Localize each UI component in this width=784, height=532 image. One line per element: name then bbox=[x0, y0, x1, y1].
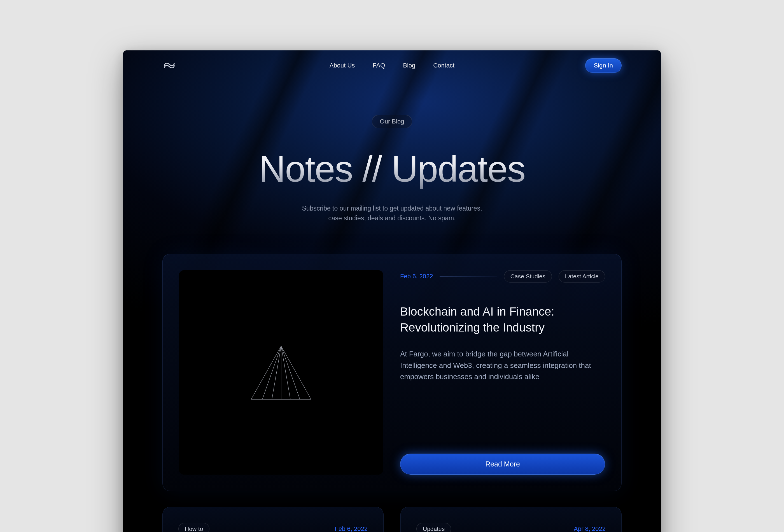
nav-links: About Us FAQ Blog Contact bbox=[330, 62, 454, 69]
featured-article-content: Feb 6, 2022 Case Studies Latest Article … bbox=[400, 270, 605, 475]
card-date: Feb 6, 2022 bbox=[335, 525, 368, 532]
read-more-button[interactable]: Read More bbox=[400, 454, 605, 475]
nav-blog[interactable]: Blog bbox=[403, 62, 415, 69]
featured-meta: Feb 6, 2022 Case Studies Latest Article bbox=[400, 270, 605, 282]
tag-latest-article[interactable]: Latest Article bbox=[559, 270, 605, 282]
meta-divider bbox=[440, 276, 497, 277]
blog-badge: Our Blog bbox=[372, 115, 413, 128]
hero: Our Blog Notes // Updates Subscribe to o… bbox=[123, 73, 661, 223]
signin-button[interactable]: Sign In bbox=[585, 58, 622, 73]
nav-contact[interactable]: Contact bbox=[433, 62, 454, 69]
featured-title: Blockchain and AI in Finance: Revolution… bbox=[400, 304, 605, 335]
article-grid: How to Feb 6, 2022 Updates Apr 8, 2022 bbox=[162, 507, 622, 532]
featured-excerpt: At Fargo, we aim to bridge the gap betwe… bbox=[400, 348, 605, 382]
tag-how-to: How to bbox=[178, 523, 209, 532]
page-title: Notes // Updates bbox=[123, 148, 661, 190]
nav-about[interactable]: About Us bbox=[330, 62, 355, 69]
featured-article-image bbox=[179, 270, 383, 475]
logo-icon[interactable] bbox=[162, 61, 176, 70]
top-nav: About Us FAQ Blog Contact Sign In bbox=[123, 50, 661, 73]
article-card[interactable]: Updates Apr 8, 2022 bbox=[400, 507, 622, 532]
nav-faq[interactable]: FAQ bbox=[373, 62, 385, 69]
tag-case-studies[interactable]: Case Studies bbox=[504, 270, 552, 282]
card-date: Apr 8, 2022 bbox=[574, 525, 606, 532]
featured-date: Feb 6, 2022 bbox=[400, 273, 433, 280]
article-card[interactable]: How to Feb 6, 2022 bbox=[162, 507, 384, 532]
tag-updates: Updates bbox=[416, 523, 451, 532]
page-subtitle: Subscribe to our mailing list to get upd… bbox=[123, 203, 661, 223]
featured-article-card: Feb 6, 2022 Case Studies Latest Article … bbox=[162, 254, 622, 491]
